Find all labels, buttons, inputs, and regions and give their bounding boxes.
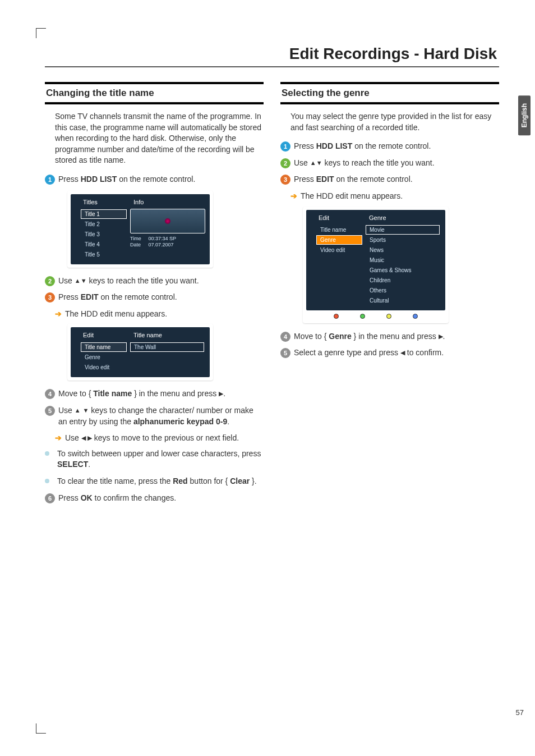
t: To clear the title name, press the xyxy=(57,476,173,485)
green-dot-icon xyxy=(360,314,365,319)
t: Move to { xyxy=(294,332,329,341)
meta: Time xyxy=(130,236,147,242)
t: Press xyxy=(58,493,81,502)
col-head: Edit xyxy=(319,214,369,221)
step-2: 2 Use ▲▼ keys to reach the title you wan… xyxy=(280,158,499,169)
section-heading-title-name: Changing the title name xyxy=(45,82,264,104)
sub-result: ➔Use ◀ ▶ keys to move to the previous or… xyxy=(55,433,264,444)
step-5: 5 Use ▲ ▼ keys to change the character/ … xyxy=(45,405,264,427)
arrow-icon: ➔ xyxy=(290,191,297,202)
list-item: Title 3 xyxy=(81,230,127,239)
step-4: 4 Move to { Genre } in the menu and pres… xyxy=(280,331,499,342)
step-badge-2: 2 xyxy=(280,158,290,168)
t: Press xyxy=(294,175,316,184)
t: The HDD edit menu appears. xyxy=(301,191,403,202)
t: to confirm the changes. xyxy=(93,493,176,502)
list-item: Genre xyxy=(81,352,127,362)
t: button for { xyxy=(188,476,230,485)
t: . xyxy=(88,460,90,469)
genre-item: Movie xyxy=(366,225,440,235)
step-5: 5 Select a genre type and press ◀ to con… xyxy=(280,347,499,359)
list-item: Title 4 xyxy=(81,240,127,249)
crop-mark xyxy=(36,28,46,38)
screenshot-edit-menu: EditTitle name Title name Genre Video ed… xyxy=(67,324,264,381)
t: Use xyxy=(65,433,81,442)
t: on the remote control. xyxy=(334,175,413,184)
section-heading-genre: Selecting the genre xyxy=(280,82,499,104)
t: EDIT xyxy=(316,175,334,184)
language-tab: English xyxy=(518,95,531,135)
left-right-icon: ◀ ▶ xyxy=(81,434,92,442)
screenshot-genre-menu: EditGenre Title name Genre Video edit Mo… xyxy=(303,207,499,323)
t: OK xyxy=(81,493,93,502)
t: keys to reach the title you want. xyxy=(322,158,435,167)
up-icon: ▲ xyxy=(75,406,81,415)
step-6: 6 Press OK to confirm the changes. xyxy=(45,493,264,504)
t: The HDD edit menu appears. xyxy=(65,309,167,320)
t: Clear xyxy=(230,476,250,485)
list-item: Video edit xyxy=(316,245,362,255)
t: To switch between upper and lower case c… xyxy=(57,449,261,458)
t: }. xyxy=(250,476,256,485)
col-head: Edit xyxy=(83,332,133,338)
step-badge-4: 4 xyxy=(280,332,290,342)
sub-result: ➔The HDD edit menu appears. xyxy=(290,191,499,202)
list-item: Title 2 xyxy=(81,219,127,229)
blue-dot-icon xyxy=(413,314,418,319)
genre-item: Music xyxy=(366,255,440,265)
up-down-icon: ▲▼ xyxy=(310,159,322,167)
right-column: Selecting the genre You may select the g… xyxy=(280,82,499,509)
left-icon: ◀ xyxy=(400,349,405,357)
step-3: 3 Press EDIT on the remote control. xyxy=(45,292,264,303)
sub-result: ➔The HDD edit menu appears. xyxy=(55,309,264,320)
t: Press xyxy=(58,292,81,301)
t: Press xyxy=(294,141,316,150)
yellow-dot-icon xyxy=(386,314,391,319)
step-1: 1 Press HDD LIST on the remote control. xyxy=(280,141,499,152)
genre-item: News xyxy=(366,245,440,255)
step-2: 2 Use ▲▼ keys to reach the title you wan… xyxy=(45,276,264,287)
col-head: Info xyxy=(133,199,144,205)
bullet-icon xyxy=(45,479,49,483)
t: Red xyxy=(173,476,187,485)
t: HDD LIST xyxy=(316,141,353,150)
t: keys to move to the previous or next fie… xyxy=(92,433,239,442)
genre-item: Sports xyxy=(366,235,440,245)
arrow-icon: ➔ xyxy=(55,309,62,320)
step-badge-5: 5 xyxy=(45,406,55,416)
t: SELECT xyxy=(57,460,88,469)
step-3: 3 Press EDIT on the remote control. xyxy=(280,174,499,185)
col-head: Titles xyxy=(83,199,133,205)
col-head: Title name xyxy=(133,332,162,338)
t: HDD LIST xyxy=(81,175,117,184)
t: Use xyxy=(294,158,310,167)
bullet-icon xyxy=(45,451,49,456)
up-down-icon: ▲▼ xyxy=(75,277,87,285)
list-item: Genre xyxy=(316,235,362,245)
bullet-upper-lower: To switch between upper and lower case c… xyxy=(45,448,264,470)
t: Move to { xyxy=(58,389,93,398)
meta: 00:37:34 SP xyxy=(149,236,177,241)
right-icon: ▶ xyxy=(439,332,443,341)
t: keys to reach the title you want. xyxy=(87,276,199,285)
preview-thumb xyxy=(130,209,205,233)
t: . xyxy=(227,417,229,426)
t: Use xyxy=(58,276,75,285)
list-item: Title name xyxy=(81,342,127,352)
t: Press xyxy=(58,175,81,184)
list-item: Title 5 xyxy=(81,250,127,259)
t: on the remote control. xyxy=(117,175,195,184)
red-dot-icon xyxy=(334,314,339,319)
list-item: Title 1 xyxy=(81,209,127,219)
t: alphanumeric keypad 0-9 xyxy=(133,417,227,426)
step-badge-3: 3 xyxy=(280,175,290,185)
left-column: Changing the title name Some TV channels… xyxy=(45,82,264,509)
t: on the remote control. xyxy=(99,292,177,301)
arrow-icon: ➔ xyxy=(55,433,62,444)
crop-mark xyxy=(36,723,46,734)
genre-item: Cultural xyxy=(366,296,440,305)
step-badge-6: 6 xyxy=(45,493,55,503)
intro-paragraph: Some TV channels transmit the name of th… xyxy=(55,111,264,166)
step-1: 1 Press HDD LIST on the remote control. xyxy=(45,174,264,185)
step-4: 4 Move to { Title name } in the menu and… xyxy=(45,388,264,400)
